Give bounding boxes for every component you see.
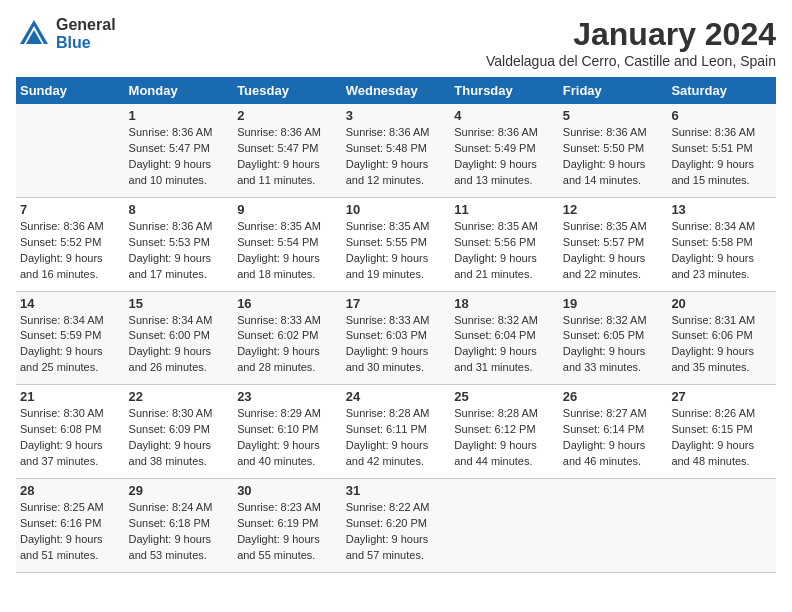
day-info: Sunrise: 8:23 AM Sunset: 6:19 PM Dayligh… <box>237 500 338 564</box>
calendar-cell: 3Sunrise: 8:36 AM Sunset: 5:48 PM Daylig… <box>342 104 451 197</box>
calendar-cell: 24Sunrise: 8:28 AM Sunset: 6:11 PM Dayli… <box>342 385 451 479</box>
day-number: 5 <box>563 108 664 123</box>
day-info: Sunrise: 8:34 AM Sunset: 5:59 PM Dayligh… <box>20 313 121 377</box>
day-number: 19 <box>563 296 664 311</box>
calendar-cell: 22Sunrise: 8:30 AM Sunset: 6:09 PM Dayli… <box>125 385 234 479</box>
day-number: 12 <box>563 202 664 217</box>
day-info: Sunrise: 8:34 AM Sunset: 6:00 PM Dayligh… <box>129 313 230 377</box>
day-number: 18 <box>454 296 555 311</box>
day-number: 15 <box>129 296 230 311</box>
day-info: Sunrise: 8:31 AM Sunset: 6:06 PM Dayligh… <box>671 313 772 377</box>
calendar-cell <box>559 479 668 573</box>
column-header-wednesday: Wednesday <box>342 77 451 104</box>
day-number: 26 <box>563 389 664 404</box>
day-info: Sunrise: 8:32 AM Sunset: 6:05 PM Dayligh… <box>563 313 664 377</box>
week-row-5: 28Sunrise: 8:25 AM Sunset: 6:16 PM Dayli… <box>16 479 776 573</box>
day-info: Sunrise: 8:35 AM Sunset: 5:54 PM Dayligh… <box>237 219 338 283</box>
day-number: 11 <box>454 202 555 217</box>
day-info: Sunrise: 8:32 AM Sunset: 6:04 PM Dayligh… <box>454 313 555 377</box>
day-number: 30 <box>237 483 338 498</box>
calendar-cell: 21Sunrise: 8:30 AM Sunset: 6:08 PM Dayli… <box>16 385 125 479</box>
day-number: 21 <box>20 389 121 404</box>
day-number: 6 <box>671 108 772 123</box>
week-row-2: 7Sunrise: 8:36 AM Sunset: 5:52 PM Daylig… <box>16 197 776 291</box>
day-info: Sunrise: 8:25 AM Sunset: 6:16 PM Dayligh… <box>20 500 121 564</box>
day-info: Sunrise: 8:22 AM Sunset: 6:20 PM Dayligh… <box>346 500 447 564</box>
day-info: Sunrise: 8:36 AM Sunset: 5:47 PM Dayligh… <box>129 125 230 189</box>
week-row-4: 21Sunrise: 8:30 AM Sunset: 6:08 PM Dayli… <box>16 385 776 479</box>
calendar-cell: 12Sunrise: 8:35 AM Sunset: 5:57 PM Dayli… <box>559 197 668 291</box>
column-header-tuesday: Tuesday <box>233 77 342 104</box>
day-number: 20 <box>671 296 772 311</box>
day-number: 10 <box>346 202 447 217</box>
column-header-friday: Friday <box>559 77 668 104</box>
day-info: Sunrise: 8:36 AM Sunset: 5:52 PM Dayligh… <box>20 219 121 283</box>
day-info: Sunrise: 8:27 AM Sunset: 6:14 PM Dayligh… <box>563 406 664 470</box>
calendar-cell <box>450 479 559 573</box>
day-info: Sunrise: 8:36 AM Sunset: 5:51 PM Dayligh… <box>671 125 772 189</box>
calendar-cell: 5Sunrise: 8:36 AM Sunset: 5:50 PM Daylig… <box>559 104 668 197</box>
header: General Blue January 2024 Valdelagua del… <box>16 16 776 69</box>
calendar-cell: 2Sunrise: 8:36 AM Sunset: 5:47 PM Daylig… <box>233 104 342 197</box>
day-number: 13 <box>671 202 772 217</box>
header-row: SundayMondayTuesdayWednesdayThursdayFrid… <box>16 77 776 104</box>
day-info: Sunrise: 8:36 AM Sunset: 5:49 PM Dayligh… <box>454 125 555 189</box>
calendar-cell: 31Sunrise: 8:22 AM Sunset: 6:20 PM Dayli… <box>342 479 451 573</box>
calendar-cell: 16Sunrise: 8:33 AM Sunset: 6:02 PM Dayli… <box>233 291 342 385</box>
day-info: Sunrise: 8:36 AM Sunset: 5:47 PM Dayligh… <box>237 125 338 189</box>
day-number: 24 <box>346 389 447 404</box>
column-header-monday: Monday <box>125 77 234 104</box>
month-title: January 2024 <box>486 16 776 53</box>
day-number: 17 <box>346 296 447 311</box>
calendar-cell: 7Sunrise: 8:36 AM Sunset: 5:52 PM Daylig… <box>16 197 125 291</box>
week-row-3: 14Sunrise: 8:34 AM Sunset: 5:59 PM Dayli… <box>16 291 776 385</box>
day-info: Sunrise: 8:26 AM Sunset: 6:15 PM Dayligh… <box>671 406 772 470</box>
column-header-thursday: Thursday <box>450 77 559 104</box>
calendar-cell: 4Sunrise: 8:36 AM Sunset: 5:49 PM Daylig… <box>450 104 559 197</box>
day-number: 28 <box>20 483 121 498</box>
day-info: Sunrise: 8:36 AM Sunset: 5:53 PM Dayligh… <box>129 219 230 283</box>
calendar-cell: 14Sunrise: 8:34 AM Sunset: 5:59 PM Dayli… <box>16 291 125 385</box>
calendar-cell: 19Sunrise: 8:32 AM Sunset: 6:05 PM Dayli… <box>559 291 668 385</box>
calendar-cell: 8Sunrise: 8:36 AM Sunset: 5:53 PM Daylig… <box>125 197 234 291</box>
calendar-cell: 20Sunrise: 8:31 AM Sunset: 6:06 PM Dayli… <box>667 291 776 385</box>
location-title: Valdelagua del Cerro, Castille and Leon,… <box>486 53 776 69</box>
logo-general: General <box>56 16 116 34</box>
logo-icon <box>16 16 52 52</box>
title-area: January 2024 Valdelagua del Cerro, Casti… <box>486 16 776 69</box>
day-number: 3 <box>346 108 447 123</box>
day-number: 14 <box>20 296 121 311</box>
calendar-cell: 10Sunrise: 8:35 AM Sunset: 5:55 PM Dayli… <box>342 197 451 291</box>
day-info: Sunrise: 8:36 AM Sunset: 5:50 PM Dayligh… <box>563 125 664 189</box>
calendar-cell: 11Sunrise: 8:35 AM Sunset: 5:56 PM Dayli… <box>450 197 559 291</box>
day-info: Sunrise: 8:35 AM Sunset: 5:55 PM Dayligh… <box>346 219 447 283</box>
day-number: 1 <box>129 108 230 123</box>
calendar-cell: 29Sunrise: 8:24 AM Sunset: 6:18 PM Dayli… <box>125 479 234 573</box>
day-info: Sunrise: 8:35 AM Sunset: 5:56 PM Dayligh… <box>454 219 555 283</box>
logo: General Blue <box>16 16 116 52</box>
calendar-cell: 6Sunrise: 8:36 AM Sunset: 5:51 PM Daylig… <box>667 104 776 197</box>
column-header-saturday: Saturday <box>667 77 776 104</box>
day-info: Sunrise: 8:36 AM Sunset: 5:48 PM Dayligh… <box>346 125 447 189</box>
calendar-cell: 26Sunrise: 8:27 AM Sunset: 6:14 PM Dayli… <box>559 385 668 479</box>
day-number: 29 <box>129 483 230 498</box>
column-header-sunday: Sunday <box>16 77 125 104</box>
calendar-cell: 23Sunrise: 8:29 AM Sunset: 6:10 PM Dayli… <box>233 385 342 479</box>
day-info: Sunrise: 8:35 AM Sunset: 5:57 PM Dayligh… <box>563 219 664 283</box>
logo-blue: Blue <box>56 34 116 52</box>
day-info: Sunrise: 8:28 AM Sunset: 6:11 PM Dayligh… <box>346 406 447 470</box>
day-info: Sunrise: 8:30 AM Sunset: 6:09 PM Dayligh… <box>129 406 230 470</box>
calendar-cell: 28Sunrise: 8:25 AM Sunset: 6:16 PM Dayli… <box>16 479 125 573</box>
day-number: 4 <box>454 108 555 123</box>
day-info: Sunrise: 8:33 AM Sunset: 6:02 PM Dayligh… <box>237 313 338 377</box>
week-row-1: 1Sunrise: 8:36 AM Sunset: 5:47 PM Daylig… <box>16 104 776 197</box>
calendar-cell <box>16 104 125 197</box>
calendar-table: SundayMondayTuesdayWednesdayThursdayFrid… <box>16 77 776 573</box>
day-number: 16 <box>237 296 338 311</box>
calendar-cell: 1Sunrise: 8:36 AM Sunset: 5:47 PM Daylig… <box>125 104 234 197</box>
calendar-cell: 30Sunrise: 8:23 AM Sunset: 6:19 PM Dayli… <box>233 479 342 573</box>
calendar-cell: 18Sunrise: 8:32 AM Sunset: 6:04 PM Dayli… <box>450 291 559 385</box>
day-number: 2 <box>237 108 338 123</box>
day-info: Sunrise: 8:30 AM Sunset: 6:08 PM Dayligh… <box>20 406 121 470</box>
day-number: 9 <box>237 202 338 217</box>
